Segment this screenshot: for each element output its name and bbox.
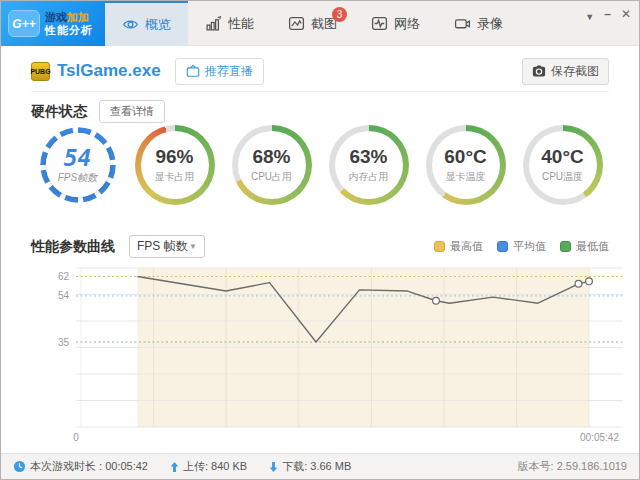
eye-icon xyxy=(122,16,139,33)
gauge-value: 68% xyxy=(252,146,290,168)
save-button-label: 保存截图 xyxy=(551,63,599,80)
legend-min[interactable]: 最低值 xyxy=(560,239,609,254)
svg-text:0: 0 xyxy=(73,432,79,443)
svg-text:54: 54 xyxy=(58,290,70,301)
tab-network[interactable]: 网络 xyxy=(354,1,437,46)
clock-icon xyxy=(13,460,26,473)
pubg-game-icon: PUBG xyxy=(31,62,50,81)
gauge-value: 54 xyxy=(64,146,92,170)
fps-line-chart: 625435000:05:42 xyxy=(21,259,640,445)
tab-label: 网络 xyxy=(394,15,420,33)
gauge-memory-usage: 63% 内存占用 xyxy=(329,125,409,205)
gauge-label: FPS帧数 xyxy=(58,171,97,185)
gauge-label: 显卡温度 xyxy=(446,170,486,184)
tab-recording[interactable]: 录像 xyxy=(437,1,520,46)
save-screenshot-button[interactable]: 保存截图 xyxy=(522,58,609,85)
download-value: 下载: 3.66 MB xyxy=(282,459,351,474)
tab-label: 概览 xyxy=(145,16,171,34)
tv-icon xyxy=(186,64,200,78)
gauge-cpu-usage: 68% CPU占用 xyxy=(232,125,312,205)
upload-arrow-icon xyxy=(170,461,179,473)
status-bar: 本次游戏时长 : 00:05:42 上传: 840 KB 下载: 3.66 MB… xyxy=(1,453,639,479)
video-camera-icon xyxy=(454,15,471,32)
upload-value: 上传: 840 KB xyxy=(183,459,247,474)
svg-text:62: 62 xyxy=(58,271,70,282)
divider xyxy=(31,91,609,92)
tab-performance[interactable]: 性能 xyxy=(188,1,271,46)
live-button-label: 推荐直播 xyxy=(205,63,253,80)
screenshot-count-badge: 3 xyxy=(332,7,347,22)
gauge-value: 96% xyxy=(155,146,193,168)
gauge-gpu-usage: 96% 显卡占用 xyxy=(135,125,215,205)
performance-curve-title: 性能参数曲线 xyxy=(31,238,115,256)
legend-average[interactable]: 平均值 xyxy=(497,239,546,254)
download-arrow-icon xyxy=(269,461,278,473)
hardware-status-title: 硬件状态 xyxy=(31,103,87,121)
game-title-row: PUBG TslGame.exe 推荐直播 保存截图 xyxy=(31,55,609,87)
recommend-live-button[interactable]: 推荐直播 xyxy=(175,58,264,85)
legend-label: 平均值 xyxy=(513,239,546,254)
metric-dropdown-value: FPS 帧数 xyxy=(137,238,188,255)
minimize-icon[interactable]: – xyxy=(604,7,611,24)
camera-icon xyxy=(532,64,546,78)
gpp-logo-icon: G++ xyxy=(8,10,40,37)
legend-label: 最低值 xyxy=(576,239,609,254)
top-tab-bar: G++ 游戏加加 性能分析 概览 xyxy=(1,1,639,46)
tab-screenshot[interactable]: 截图 3 xyxy=(271,1,354,46)
gauge-fps: 54 FPS帧数 xyxy=(38,125,118,205)
window-controls: ▼ – ✕ xyxy=(585,7,631,24)
chevron-down-icon: ▼ xyxy=(189,242,197,251)
tab-label: 性能 xyxy=(228,15,254,33)
bar-chart-icon xyxy=(205,15,222,32)
version-number: 版本号: 2.59.186.1019 xyxy=(518,459,627,474)
picture-icon xyxy=(288,15,305,32)
app-subtitle: 性能分析 xyxy=(45,24,93,37)
menu-dropdown-icon[interactable]: ▼ xyxy=(585,7,594,24)
gauge-label: CPU占用 xyxy=(251,170,292,184)
gauge-label: 内存占用 xyxy=(349,170,389,184)
gauge-label: 显卡占用 xyxy=(155,170,195,184)
gamepp-window: G++ 游戏加加 性能分析 概览 xyxy=(0,0,640,480)
min-color-chip xyxy=(560,241,571,252)
gauge-value: 40°C xyxy=(541,146,583,168)
pulse-icon xyxy=(371,15,388,32)
view-details-button[interactable]: 查看详情 xyxy=(99,100,165,123)
process-name: TslGame.exe xyxy=(57,61,161,81)
session-duration: 本次游戏时长 : 00:05:42 xyxy=(30,459,148,474)
app-logo: G++ 游戏加加 性能分析 xyxy=(1,1,105,46)
chart-legend: 最高值 平均值 最低值 xyxy=(434,239,609,254)
gauge-gpu-temp: 60°C 显卡温度 xyxy=(426,125,506,205)
gauge-value: 63% xyxy=(349,146,387,168)
legend-label: 最高值 xyxy=(450,239,483,254)
gauge-label: CPU温度 xyxy=(542,170,583,184)
gauge-row: 54 FPS帧数 96% 显卡占用 68% CPU占用 63% 内存占用 xyxy=(29,125,611,205)
svg-text:35: 35 xyxy=(58,337,70,348)
max-color-chip xyxy=(434,241,445,252)
gauge-cpu-temp: 40°C CPU温度 xyxy=(523,125,603,205)
tab-overview[interactable]: 概览 xyxy=(105,1,188,46)
svg-text:00:05:42: 00:05:42 xyxy=(580,432,619,443)
app-name: 游戏加加 xyxy=(45,11,93,24)
average-color-chip xyxy=(497,241,508,252)
legend-max[interactable]: 最高值 xyxy=(434,239,483,254)
tab-label: 录像 xyxy=(477,15,503,33)
gauge-value: 60°C xyxy=(444,146,486,168)
close-icon[interactable]: ✕ xyxy=(621,7,631,24)
metric-dropdown[interactable]: FPS 帧数 ▼ xyxy=(129,235,205,258)
